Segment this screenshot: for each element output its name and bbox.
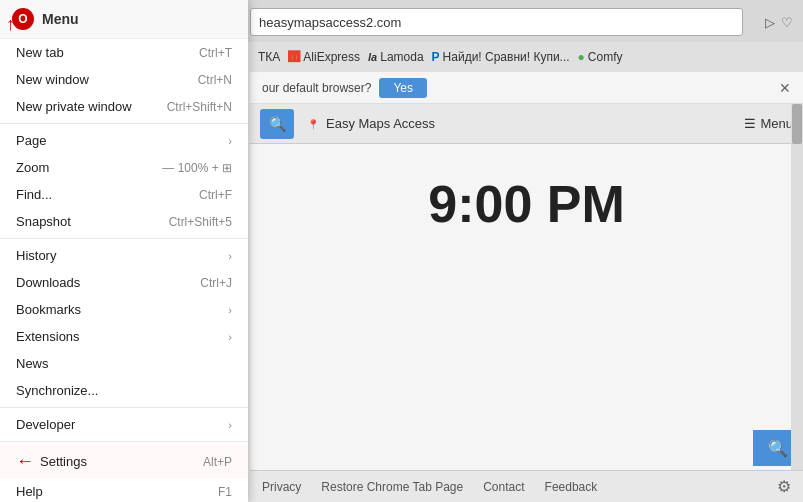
bottom-search-area: 🔍 bbox=[603, 430, 803, 466]
settings-shortcut: Alt+P bbox=[203, 455, 232, 469]
time-display: 9:00 PM bbox=[250, 174, 803, 234]
separator-1 bbox=[0, 123, 248, 124]
scrollbar[interactable] bbox=[791, 104, 803, 470]
aliexpress-icon: 🅰 bbox=[288, 50, 300, 64]
menu-item-zoom[interactable]: Zoom — 100% + ⊞ bbox=[0, 154, 248, 181]
bookmark-p-label: Найди! Сравни! Купи... bbox=[443, 50, 570, 64]
easymaps-logo: 📍 Easy Maps Access bbox=[304, 115, 435, 133]
snapshot-shortcut: Ctrl+Shift+5 bbox=[169, 215, 232, 229]
address-bar-icons: ▷ ♡ bbox=[765, 8, 793, 36]
default-browser-text: our default browser? bbox=[262, 81, 371, 95]
find-label: Find... bbox=[16, 187, 199, 202]
menu-item-developer[interactable]: Developer › bbox=[0, 411, 248, 438]
help-label: Help bbox=[16, 484, 218, 499]
find-shortcut: Ctrl+F bbox=[199, 188, 232, 202]
bookmark-tka[interactable]: ТКА bbox=[258, 50, 280, 64]
new-tab-shortcut: Ctrl+T bbox=[199, 46, 232, 60]
bookmarks-label: Bookmarks bbox=[16, 302, 224, 317]
page-content: 🔍 📍 Easy Maps Access ☰ Menu 9:00 PM 🔍 bbox=[250, 104, 803, 502]
page-arrow-icon: › bbox=[228, 135, 232, 147]
extensions-arrow-icon: › bbox=[228, 331, 232, 343]
menu-item-help[interactable]: Help F1 bbox=[0, 478, 248, 502]
bookmarks-bar: ТКА 🅰 AliExpress la Lamoda P Найди! Срав… bbox=[250, 42, 803, 72]
address-text: heasymapsaccess2.com bbox=[259, 15, 401, 30]
hamburger-icon: ☰ bbox=[744, 116, 756, 131]
separator-4 bbox=[0, 441, 248, 442]
footer-contact[interactable]: Contact bbox=[483, 480, 524, 494]
bookmark-lamoda-label: Lamoda bbox=[380, 50, 423, 64]
bookmark-p[interactable]: P Найди! Сравни! Купи... bbox=[432, 50, 570, 64]
bottom-search-icon: 🔍 bbox=[768, 439, 788, 458]
p-icon: P bbox=[432, 50, 440, 64]
menu-item-find[interactable]: Find... Ctrl+F bbox=[0, 181, 248, 208]
footer-gear-icon[interactable]: ⚙ bbox=[777, 477, 791, 496]
downloads-label: Downloads bbox=[16, 275, 200, 290]
new-window-shortcut: Ctrl+N bbox=[198, 73, 232, 87]
easymaps-logo-text: Easy Maps Access bbox=[326, 116, 435, 131]
zoom-shortcut: — 100% + ⊞ bbox=[162, 161, 232, 175]
synchronize-label: Synchronize... bbox=[16, 383, 232, 398]
separator-2 bbox=[0, 238, 248, 239]
yes-button[interactable]: Yes bbox=[379, 78, 427, 98]
heart-icon: ♡ bbox=[781, 15, 793, 30]
menu-item-new-window[interactable]: New window Ctrl+N bbox=[0, 66, 248, 93]
new-private-window-shortcut: Ctrl+Shift+N bbox=[167, 100, 232, 114]
easymaps-search-button[interactable]: 🔍 bbox=[260, 109, 294, 139]
logo-arrow-icon: ↑ bbox=[6, 14, 15, 35]
menu-item-snapshot[interactable]: Snapshot Ctrl+Shift+5 bbox=[0, 208, 248, 235]
menu-item-bookmarks[interactable]: Bookmarks › bbox=[0, 296, 248, 323]
scrollbar-thumb[interactable] bbox=[792, 104, 802, 144]
comfy-icon: ● bbox=[578, 50, 585, 64]
page-footer: Privacy Restore Chrome Tab Page Contact … bbox=[250, 470, 803, 502]
svg-text:📍: 📍 bbox=[307, 118, 320, 131]
history-arrow-icon: › bbox=[228, 250, 232, 262]
menu-item-synchronize[interactable]: Synchronize... bbox=[0, 377, 248, 404]
settings-arrow-icon: ← bbox=[16, 451, 34, 472]
search-icon: 🔍 bbox=[269, 116, 286, 132]
opera-logo: O bbox=[12, 8, 34, 30]
bookmark-tka-label: ТКА bbox=[258, 50, 280, 64]
snapshot-label: Snapshot bbox=[16, 214, 169, 229]
bookmarks-arrow-icon: › bbox=[228, 304, 232, 316]
menu-items-container: New tab Ctrl+T New window Ctrl+N New pri… bbox=[0, 39, 248, 502]
menu-header: O ↑ Menu bbox=[0, 0, 248, 39]
menu-item-settings[interactable]: ← Settings Alt+P bbox=[0, 445, 248, 478]
footer-privacy[interactable]: Privacy bbox=[262, 480, 301, 494]
developer-label: Developer bbox=[16, 417, 224, 432]
menu-item-history[interactable]: History › bbox=[0, 242, 248, 269]
bookmark-aliexpress-label: AliExpress bbox=[303, 50, 360, 64]
lamoda-icon: la bbox=[368, 51, 377, 63]
bookmark-aliexpress[interactable]: 🅰 AliExpress bbox=[288, 50, 360, 64]
easymaps-logo-icon: 📍 bbox=[304, 115, 322, 133]
new-window-label: New window bbox=[16, 72, 198, 87]
developer-arrow-icon: › bbox=[228, 419, 232, 431]
opera-menu: O ↑ Menu New tab Ctrl+T New window Ctrl+… bbox=[0, 0, 248, 502]
address-bar[interactable]: heasymapsaccess2.com bbox=[250, 8, 743, 36]
news-label: News bbox=[16, 356, 232, 371]
bookmark-comfy-label: Comfy bbox=[588, 50, 623, 64]
extensions-label: Extensions bbox=[16, 329, 224, 344]
menu-item-news[interactable]: News bbox=[0, 350, 248, 377]
menu-item-extensions[interactable]: Extensions › bbox=[0, 323, 248, 350]
zoom-label: Zoom bbox=[16, 160, 162, 175]
close-banner-button[interactable]: ✕ bbox=[779, 80, 791, 96]
menu-title: Menu bbox=[42, 11, 79, 27]
downloads-shortcut: Ctrl+J bbox=[200, 276, 232, 290]
help-shortcut: F1 bbox=[218, 485, 232, 499]
opera-logo-letter: O bbox=[18, 12, 27, 26]
footer-feedback[interactable]: Feedback bbox=[545, 480, 598, 494]
new-private-window-label: New private window bbox=[16, 99, 167, 114]
menu-item-new-tab[interactable]: New tab Ctrl+T bbox=[0, 39, 248, 66]
footer-restore[interactable]: Restore Chrome Tab Page bbox=[321, 480, 463, 494]
default-browser-bar: our default browser? Yes ✕ bbox=[250, 72, 803, 104]
easymaps-menu-button[interactable]: ☰ Menu bbox=[744, 116, 793, 131]
settings-label: Settings bbox=[40, 454, 203, 469]
bookmark-comfy[interactable]: ● Comfy bbox=[578, 50, 623, 64]
bookmark-lamoda[interactable]: la Lamoda bbox=[368, 50, 424, 64]
menu-item-new-private-window[interactable]: New private window Ctrl+Shift+N bbox=[0, 93, 248, 120]
separator-3 bbox=[0, 407, 248, 408]
menu-item-downloads[interactable]: Downloads Ctrl+J bbox=[0, 269, 248, 296]
easymaps-menu-label: Menu bbox=[760, 116, 793, 131]
send-icon: ▷ bbox=[765, 15, 775, 30]
menu-item-page[interactable]: Page › bbox=[0, 127, 248, 154]
